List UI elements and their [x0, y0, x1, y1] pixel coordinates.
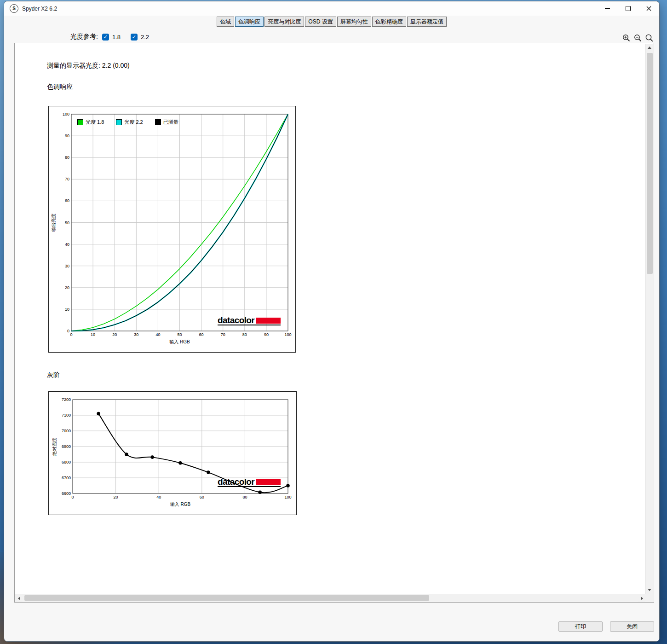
- svg-text:60: 60: [65, 198, 69, 203]
- tab-osd-settings[interactable]: OSD 设置: [305, 17, 336, 27]
- svg-text:10: 10: [65, 307, 69, 312]
- gamma-2-2-group: ✓2.2: [131, 34, 149, 41]
- legend-label: 光度 1.8: [86, 119, 104, 126]
- svg-text:90: 90: [65, 133, 69, 138]
- grayscale-heading: 灰阶: [47, 371, 60, 379]
- zoom-out-button[interactable]: [634, 34, 642, 42]
- tab-bar: 色域色调响应亮度与对比度OSD 设置屏幕均匀性色彩精确度显示器额定值: [4, 17, 659, 27]
- legend-item-1: 光度 2.2: [116, 119, 143, 126]
- svg-text:60: 60: [200, 495, 204, 499]
- report-panel: 测量的显示器光度: 2.2 (0.00) 色调响应 01020304050607…: [14, 43, 654, 603]
- gamma-1-8-checkbox[interactable]: ✓: [102, 34, 109, 41]
- maximize-button[interactable]: [618, 1, 638, 16]
- legend-swatch: [77, 119, 83, 125]
- gamma-checkboxes: ✓1.8✓2.2: [102, 34, 149, 41]
- tab-screen-uniformity[interactable]: 屏幕均匀性: [337, 17, 371, 27]
- svg-text:60: 60: [199, 332, 204, 337]
- horizontal-scroll-thumb[interactable]: [24, 595, 429, 601]
- svg-text:输出亮度: 输出亮度: [51, 214, 56, 232]
- svg-text:30: 30: [134, 332, 138, 337]
- datacolor-logo-text: datacolor: [218, 317, 254, 324]
- grayscale-chart: 0204060801006600670068006900700071007200…: [48, 391, 297, 515]
- tab-gamut[interactable]: 色域: [217, 17, 234, 27]
- window-close-button[interactable]: [638, 1, 659, 16]
- datacolor-logo: datacolor: [218, 478, 281, 487]
- svg-text:0: 0: [70, 332, 72, 337]
- svg-text:6800: 6800: [62, 460, 71, 464]
- vertical-scrollbar[interactable]: [645, 44, 653, 594]
- app-icon: S: [10, 4, 18, 13]
- magnifier-minus-icon: [634, 34, 642, 42]
- tab-tone-response[interactable]: 色调响应: [235, 17, 264, 27]
- scroll-up-button[interactable]: [646, 44, 653, 52]
- chart-legend: 光度 1.8光度 2.2已测量: [77, 119, 178, 126]
- left-arrow-icon: [18, 597, 20, 600]
- legend-label: 已测量: [163, 119, 178, 126]
- svg-text:10: 10: [91, 332, 95, 337]
- close-dialog-button[interactable]: 关闭: [610, 621, 654, 632]
- zoom-reset-button[interactable]: [645, 34, 654, 42]
- gamma-2-2-checkbox[interactable]: ✓: [131, 34, 138, 41]
- svg-text:50: 50: [177, 332, 182, 337]
- gamma-1-8-label: 1.8: [112, 34, 121, 41]
- title-bar: S Spyder X2 6.2: [4, 1, 659, 16]
- tab-display-rating[interactable]: 显示器额定值: [407, 17, 447, 27]
- gamma-2-2-label: 2.2: [141, 34, 149, 41]
- scroll-right-button[interactable]: [638, 594, 645, 602]
- down-arrow-icon: [648, 589, 651, 591]
- svg-text:40: 40: [155, 332, 160, 337]
- maximize-icon: [626, 6, 631, 11]
- datacolor-logo-bar: [256, 479, 281, 485]
- svg-text:0: 0: [67, 329, 69, 333]
- svg-text:6900: 6900: [62, 444, 71, 449]
- svg-text:70: 70: [65, 177, 69, 181]
- legend-swatch: [116, 119, 122, 125]
- magnifier-plus-icon: [622, 34, 631, 42]
- vertical-scroll-thumb[interactable]: [647, 53, 653, 274]
- app-icon-letter: S: [12, 6, 16, 11]
- svg-text:20: 20: [114, 495, 118, 499]
- legend-label: 光度 2.2: [124, 119, 143, 126]
- magnifier-icon: [645, 34, 654, 42]
- scrollbar-corner: [645, 594, 653, 602]
- gamma-1-8-group: ✓1.8: [102, 34, 121, 41]
- up-arrow-icon: [648, 46, 651, 49]
- window-title: Spyder X2 6.2: [22, 6, 57, 12]
- svg-text:7200: 7200: [62, 397, 71, 402]
- close-icon: [646, 6, 651, 11]
- svg-text:100: 100: [284, 495, 291, 499]
- svg-text:40: 40: [156, 495, 161, 499]
- scroll-down-button[interactable]: [646, 586, 653, 594]
- svg-text:6600: 6600: [62, 491, 71, 496]
- svg-text:7000: 7000: [62, 429, 71, 433]
- chart-svg: 0102030405060708090100010203040506070809…: [49, 106, 295, 352]
- tab-color-accuracy[interactable]: 色彩精确度: [372, 17, 406, 27]
- legend-item-0: 光度 1.8: [77, 119, 104, 126]
- legend-item-2: 已测量: [155, 119, 178, 126]
- svg-text:80: 80: [242, 495, 247, 499]
- desktop-background: S Spyder X2 6.2 色域色调响应亮度与对比度OSD 设置屏幕均匀性: [0, 0, 667, 644]
- zoom-toolbar: [622, 34, 654, 42]
- datacolor-logo: datacolor: [218, 317, 281, 325]
- horizontal-scrollbar[interactable]: [15, 594, 645, 602]
- print-button[interactable]: 打印: [558, 621, 603, 632]
- gamma-reference-label: 光度参考:: [70, 33, 98, 41]
- tone-response-heading: 色调响应: [47, 83, 73, 91]
- svg-text:90: 90: [264, 332, 269, 337]
- right-arrow-icon: [641, 597, 643, 600]
- scroll-left-button[interactable]: [15, 594, 23, 602]
- svg-text:20: 20: [65, 285, 69, 290]
- measured-gamma-text: 测量的显示器光度: 2.2 (0.00): [47, 62, 130, 70]
- svg-text:40: 40: [65, 242, 69, 247]
- tab-brightness-contrast[interactable]: 亮度与对比度: [264, 17, 304, 27]
- svg-text:100: 100: [284, 332, 291, 337]
- svg-text:绝对温度: 绝对温度: [52, 437, 57, 456]
- svg-text:30: 30: [65, 264, 69, 268]
- zoom-in-button[interactable]: [622, 34, 631, 42]
- window-controls: [597, 1, 659, 16]
- minimize-button[interactable]: [597, 1, 618, 16]
- svg-text:输入 RGB: 输入 RGB: [169, 339, 190, 344]
- tone-response-chart: 0102030405060708090100010203040506070809…: [48, 106, 296, 353]
- svg-text:6700: 6700: [62, 476, 71, 480]
- svg-text:0: 0: [71, 495, 74, 499]
